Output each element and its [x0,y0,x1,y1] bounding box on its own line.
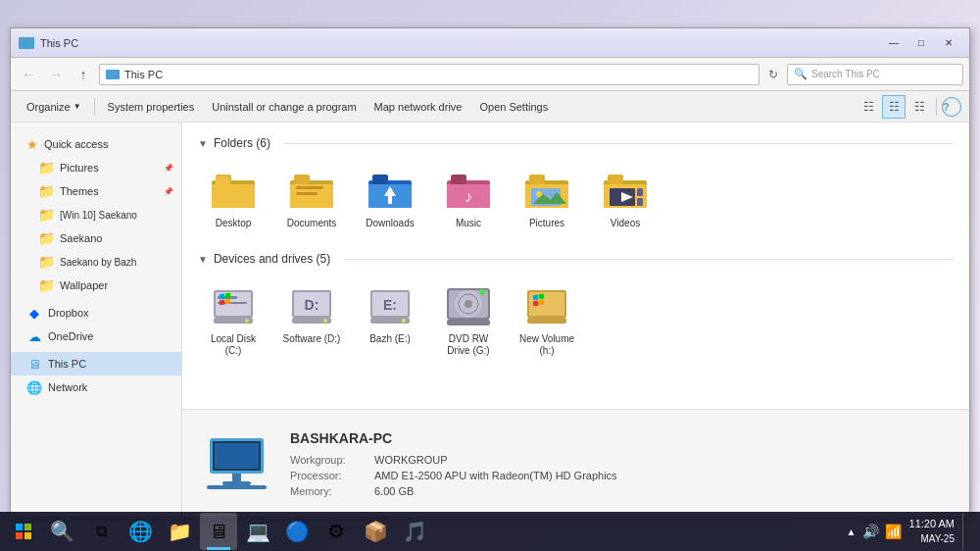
sidebar-item-this-pc[interactable]: 🖥 This PC [11,352,181,376]
folder-pictures[interactable]: Pictures [512,160,582,236]
sidebar-quick-access[interactable]: ★ Quick access [11,132,181,156]
view-icons-button[interactable]: ☷ [882,95,906,119]
view-details-button[interactable]: ☷ [907,95,931,119]
folders-section-header[interactable]: ▼ Folders (6) [198,136,954,150]
pc-name: BASHKARA-PC [290,430,617,446]
sidebar-item-pictures[interactable]: 📁 Pictures 📌 [11,156,181,179]
organize-button[interactable]: Organize ▼ [19,95,89,119]
bazh-e-name: Bazh (E:) [369,333,411,345]
svg-rect-24 [372,175,388,184]
search-box[interactable]: 🔍 Search This PC [787,64,963,85]
map-network-button[interactable]: Map network drive [367,95,470,119]
back-button[interactable]: ← [17,63,40,86]
pin-icon: 📌 [164,164,173,173]
sidebar-item-saekano[interactable]: 📁 Saekano [11,226,181,250]
taskbar-app-3[interactable]: 🎵 [396,513,433,550]
up-button[interactable]: ↑ [72,63,95,86]
maximize-button[interactable]: □ [908,34,934,52]
onedrive-icon: ☁ [26,328,42,344]
svg-rect-51 [220,300,225,306]
volume-icon[interactable]: 🔊 [862,524,879,539]
sidebar-item-network[interactable]: 🌐 Network [11,376,181,399]
sidebar-saekano-by-bazh-label: Saekano by Bazh [60,257,136,268]
drive-d[interactable]: D: Software (D:) [276,276,347,364]
sidebar-item-dropbox[interactable]: ◆ Dropbox [11,301,181,325]
help-button[interactable]: ? [942,97,961,117]
folder-videos[interactable]: Videos [590,160,661,236]
show-desktop-button[interactable] [962,513,968,550]
search-placeholder: Search This PC [811,69,880,79]
taskbar-explorer[interactable]: 📁 [161,513,198,550]
svg-text:♪: ♪ [465,188,472,205]
devices-section-title: Devices and drives (5) [214,252,330,266]
svg-point-56 [323,319,327,323]
svg-rect-32 [529,175,545,184]
this-pc-section: 🖥 This PC 🌐 Network [11,350,181,401]
sidebar-network-label: Network [48,381,87,393]
sidebar-item-win10saekano[interactable]: 📁 [Win 10] Saekano [11,203,181,226]
quick-access-section: ★ Quick access 📁 Pictures 📌 📁 Themes 📌 📁… [11,130,181,299]
drive-e[interactable]: E: Bazh (E:) [355,276,425,364]
memory-value: 6.00 GB [374,485,414,497]
local-disk-c-icon [210,282,257,329]
svg-rect-85 [16,532,23,539]
system-properties-button[interactable]: System properties [100,95,203,119]
sidebar-item-onedrive[interactable]: ☁ OneDrive [11,325,181,348]
explorer-icon: 📁 [168,520,192,543]
drive-c[interactable]: Local Disk (C:) [198,276,269,364]
open-settings-button[interactable]: Open Settings [471,95,556,119]
network-tray-icon[interactable]: 📶 [885,524,902,539]
tray-up-icon[interactable]: ▲ [847,526,857,537]
forward-button[interactable]: → [44,63,68,86]
folder-music[interactable]: ♪ Music [433,160,504,236]
drive-g[interactable]: DVD RW Drive (G:) [433,276,504,364]
drive-h[interactable]: New Volume (h:) [512,276,582,364]
taskbar-items: 🔍 ⧉ 🌐 📁 🖥 💻 🔵 ⚙ 📦 🎵 [43,513,839,550]
processor-row: Processor: AMD E1-2500 APU with Radeon(T… [290,470,617,481]
svg-rect-81 [222,481,251,485]
taskbar-task-view[interactable]: ⧉ [82,513,120,550]
taskbar-search[interactable]: 🔍 [43,513,80,550]
sidebar-item-themes[interactable]: 📁 Themes 📌 [11,179,181,203]
taskbar-app-2[interactable]: 📦 [357,513,394,550]
sidebar-themes-label: Themes [60,185,99,197]
refresh-button[interactable]: ↻ [763,65,783,84]
svg-rect-21 [296,192,318,195]
devices-chevron-icon: ▼ [198,254,208,265]
pin-icon: 📌 [164,187,173,196]
start-button[interactable] [4,512,43,551]
file-manager-icon: 🖥 [209,521,228,543]
window-controls: — □ ✕ [881,34,961,52]
folder-desktop[interactable]: Desktop [198,160,269,236]
sidebar: ★ Quick access 📁 Pictures 📌 📁 Themes 📌 📁… [11,123,182,517]
chrome-icon: 🔵 [285,520,310,543]
app2-icon: 📦 [364,520,388,543]
svg-rect-49 [220,294,225,300]
toolbar: Organize ▼ System properties Uninstall o… [11,91,969,123]
close-button[interactable]: ✕ [936,34,961,52]
system-clock[interactable]: 11:20 AM MAY-25 [909,517,955,545]
sidebar-item-wallpaper[interactable]: 📁 Wallpaper [11,274,181,297]
minimize-button[interactable]: — [881,34,906,52]
clock-time: 11:20 AM [909,517,955,531]
folder-downloads[interactable]: Downloads [355,160,425,236]
sidebar-item-saekano-by-bazh[interactable]: 📁 Saekano by Bazh [11,250,181,274]
svg-rect-41 [637,188,643,196]
devices-section-header[interactable]: ▼ Devices and drives (5) [198,252,954,266]
new-volume-h-name: New Volume (h:) [516,333,577,357]
svg-rect-73 [533,295,539,301]
taskbar-chrome[interactable]: 🔵 [278,513,316,550]
address-text: This PC [124,69,163,80]
address-box[interactable]: This PC [99,64,760,85]
taskbar-edge[interactable]: 🌐 [122,513,159,550]
svg-rect-16 [216,176,229,184]
uninstall-button[interactable]: Uninstall or change a program [204,95,364,119]
svg-rect-86 [24,532,31,539]
taskbar-app-1[interactable]: 💻 [239,513,276,550]
system-tray-icons: ▲ 🔊 📶 [847,524,902,539]
view-list-button[interactable]: ☷ [857,95,880,119]
folder-documents[interactable]: Documents [276,160,347,236]
svg-rect-28 [451,175,466,184]
taskbar-settings[interactable]: ⚙ [318,513,355,550]
taskbar-file-explorer-active[interactable]: 🖥 [200,513,237,550]
